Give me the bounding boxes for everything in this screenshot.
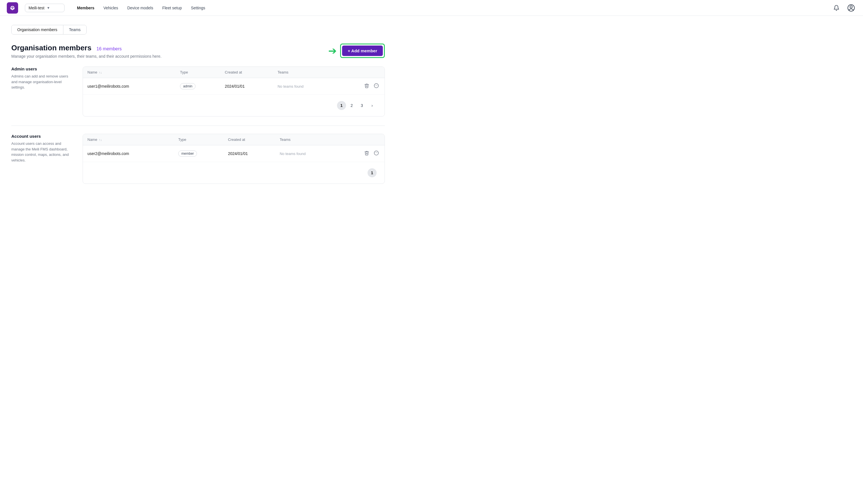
chevron-down-icon: ▼ [47, 6, 50, 10]
green-arrow-icon: ➔ [328, 46, 337, 56]
account-edit-button[interactable] [373, 149, 380, 158]
page-title-area: Organisation members 16 members Manage y… [11, 43, 162, 59]
nav-members[interactable]: Members [74, 4, 98, 12]
admin-actions-cell [341, 82, 380, 90]
admin-type-badge: admin [180, 83, 196, 89]
account-col-created-header: Created at [224, 134, 275, 146]
admin-section-desc: Admin users Admins can add and remove us… [11, 66, 74, 116]
account-sort-icon: ↑↓ [99, 138, 102, 141]
account-users-section: Account users Account users can access a… [11, 134, 385, 184]
admin-page-2[interactable]: 2 [347, 101, 356, 110]
admin-page-3[interactable]: 3 [358, 101, 366, 110]
admin-user-type: admin [175, 78, 220, 95]
account-table-header: Name ↑↓ Type Created at Teams [83, 134, 385, 146]
account-user-actions [338, 146, 385, 162]
account-col-actions-header [338, 134, 385, 146]
account-table: Name ↑↓ Type Created at Teams user2@meil… [83, 134, 385, 184]
nav-fleet-setup[interactable]: Fleet setup [159, 4, 185, 12]
page-title: Organisation members [11, 43, 91, 52]
svg-point-1 [850, 6, 852, 8]
add-member-wrapper: ➔ + Add member [328, 43, 385, 58]
admin-section-title: Admin users [11, 66, 74, 71]
member-count-badge: 16 members [97, 46, 122, 51]
admin-page-1[interactable]: 1 [337, 101, 346, 110]
section-tabs: Organisation members Teams [11, 25, 87, 35]
col-type-header: Type [175, 67, 220, 78]
account-section-title: Account users [11, 134, 74, 139]
account-col-name-header[interactable]: Name ↑↓ [83, 134, 174, 146]
account-page-1[interactable]: 1 [367, 168, 377, 177]
admin-pagination: 1 2 3 › [87, 99, 380, 112]
tab-organisation-members[interactable]: Organisation members [12, 25, 63, 34]
sort-icon: ↑↓ [99, 71, 102, 74]
col-created-header: Created at [221, 67, 273, 78]
admin-section-description: Admins can add and remove users and mana… [11, 74, 74, 90]
admin-user-actions [337, 78, 385, 95]
account-table-row: user2@meilirobots.com member 2024/01/01 … [83, 146, 385, 162]
org-selector[interactable]: Meili-test ▼ [25, 4, 64, 12]
nav-right [831, 3, 856, 13]
page-header: Organisation members 16 members Manage y… [11, 43, 385, 59]
account-section-description: Account users can access and manage the … [11, 141, 74, 163]
account-table-container: Name ↑↓ Type Created at Teams user2@meil… [83, 134, 385, 184]
admin-pagination-row: 1 2 3 › [83, 95, 385, 116]
account-pagination-cell: 1 [83, 162, 385, 184]
col-name-header[interactable]: Name ↑↓ [83, 67, 175, 78]
admin-user-created: 2024/01/01 [221, 78, 273, 95]
admin-user-teams: No teams found [273, 78, 337, 95]
admin-edit-button[interactable] [373, 82, 380, 90]
col-teams-header: Teams [273, 67, 337, 78]
nav-device-models[interactable]: Device models [124, 4, 157, 12]
nav-vehicles[interactable]: Vehicles [100, 4, 121, 12]
account-pagination: 1 [87, 166, 380, 180]
admin-users-section: Admin users Admins can add and remove us… [11, 66, 385, 116]
org-name: Meili-test [28, 6, 45, 10]
admin-table-header: Name ↑↓ Type Created at Teams [83, 67, 385, 78]
account-actions-cell [342, 149, 380, 158]
svg-point-3 [374, 151, 378, 155]
account-col-teams-header: Teams [275, 134, 338, 146]
account-delete-button[interactable] [363, 149, 371, 158]
admin-next-page[interactable]: › [367, 101, 377, 110]
admin-table: Name ↑↓ Type Created at Teams user1@meil… [83, 67, 385, 116]
account-user-name: user2@meilirobots.com [83, 146, 174, 162]
app-logo[interactable] [7, 2, 18, 14]
user-profile-button[interactable] [846, 3, 856, 13]
section-divider [11, 126, 385, 126]
notifications-button[interactable] [831, 3, 841, 13]
col-actions-header [337, 67, 385, 78]
svg-point-2 [374, 84, 378, 88]
account-user-teams: No teams found [275, 146, 338, 162]
main-content: Organisation members Teams Organisation … [0, 16, 396, 202]
nav-links: Members Vehicles Device models Fleet set… [74, 4, 209, 12]
navbar: Meili-test ▼ Members Vehicles Device mod… [0, 0, 863, 16]
account-user-created: 2024/01/01 [224, 146, 275, 162]
admin-delete-button[interactable] [363, 82, 371, 90]
nav-settings[interactable]: Settings [188, 4, 209, 12]
account-col-type-header: Type [174, 134, 224, 146]
page-subtitle: Manage your organisation members, their … [11, 54, 162, 59]
account-section-desc: Account users Account users can access a… [11, 134, 74, 184]
account-pagination-row: 1 [83, 162, 385, 184]
tab-teams[interactable]: Teams [63, 25, 86, 34]
account-user-type: member [174, 146, 224, 162]
admin-table-container: Name ↑↓ Type Created at Teams user1@meil… [83, 66, 385, 116]
admin-pagination-cell: 1 2 3 › [83, 95, 385, 116]
add-member-highlight: + Add member [340, 43, 385, 58]
add-member-button[interactable]: + Add member [342, 46, 383, 56]
admin-table-row: user1@meilirobots.com admin 2024/01/01 N… [83, 78, 385, 95]
account-type-badge: member [178, 150, 197, 157]
admin-user-name: user1@meilirobots.com [83, 78, 175, 95]
